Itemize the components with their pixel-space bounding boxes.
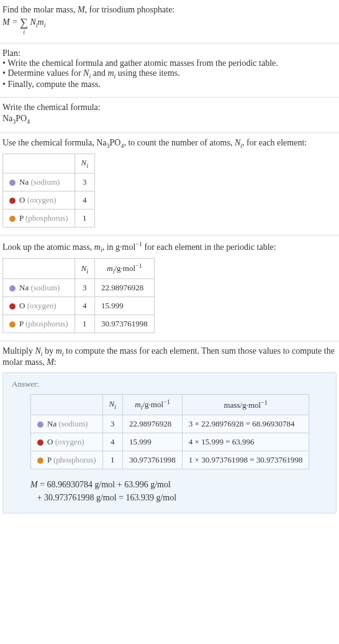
plan-section: Plan: • Write the chemical formula and g… — [0, 44, 339, 98]
table-row: O (oxygen) 4 — [3, 191, 95, 209]
answer-box: Answer: Ni mi/g·mol−1 mass/g·mol−1 Na (s… — [2, 372, 337, 513]
intro-var: M — [78, 5, 85, 14]
oxygen-swatch-icon — [9, 198, 16, 204]
intro-pre: Find the molar mass, — [2, 5, 78, 14]
count-section: Use the chemical formula, Na3PO4, to cou… — [0, 133, 339, 236]
count-table: Ni Na (sodium) 3 O (oxygen) 4 P (phospho… — [2, 154, 95, 228]
chemical-formula: Na3PO4 — [2, 114, 337, 125]
oxygen-swatch-icon — [9, 303, 16, 310]
lookup-section: Look up the atomic mass, mi, in g·mol−1 … — [0, 236, 339, 341]
plan-bullet-3: • Finally, compute the mass. — [2, 80, 337, 90]
molar-mass-formula: M = ∑i Nimi — [2, 16, 337, 35]
write-title: Write the chemical formula: — [2, 103, 337, 113]
answer-section: Multiply Ni by mi to compute the mass fo… — [0, 341, 339, 521]
phosphorus-swatch-icon — [9, 321, 16, 328]
table-row: P (phosphorus) 1 30.973761998 1 × 30.973… — [31, 451, 309, 469]
plan-bullet-2: • Determine values for Ni and mi using t… — [2, 68, 337, 80]
table-row: O (oxygen) 4 15.999 4 × 15.999 = 63.996 — [31, 433, 309, 451]
plan-bullet-1: • Write the chemical formula and gather … — [2, 58, 337, 68]
phosphorus-swatch-icon — [37, 458, 43, 464]
table-row: P (phosphorus) 1 — [3, 209, 95, 227]
table-row: O (oxygen) 4 15.999 — [3, 297, 155, 315]
lookup-table: Ni mi/g·mol−1 Na (sodium) 3 22.98976928 … — [2, 258, 155, 333]
intro-post: , for trisodium phosphate: — [85, 5, 175, 14]
table-row: Na (sodium) 3 22.98976928 — [3, 279, 155, 297]
multiply-text: Multiply Ni by mi to compute the mass fo… — [2, 346, 337, 367]
oxygen-swatch-icon — [37, 439, 43, 446]
final-result: M = 68.96930784 g/mol + 63.996 g/mol + 3… — [30, 478, 327, 504]
intro-section: Find the molar mass, M, for trisodium ph… — [0, 0, 339, 44]
table-row: Na (sodium) 3 — [3, 173, 95, 191]
lookup-text: Look up the atomic mass, mi, in g·mol−1 … — [2, 241, 337, 253]
sodium-swatch-icon — [9, 180, 16, 186]
table-row: P (phosphorus) 1 30.973761998 — [3, 315, 155, 333]
answer-table: Ni mi/g·mol−1 mass/g·mol−1 Na (sodium) 3… — [30, 394, 309, 469]
sodium-swatch-icon — [9, 285, 16, 292]
count-text: Use the chemical formula, Na3PO4, to cou… — [2, 138, 337, 149]
table-row: Na (sodium) 3 22.98976928 3 × 22.9897692… — [31, 415, 309, 433]
write-formula-section: Write the chemical formula: Na3PO4 — [0, 98, 339, 133]
phosphorus-swatch-icon — [9, 216, 16, 222]
answer-label: Answer: — [12, 379, 327, 389]
sodium-swatch-icon — [37, 421, 43, 428]
plan-title: Plan: — [2, 48, 337, 58]
intro-text: Find the molar mass, M, for trisodium ph… — [2, 5, 337, 15]
